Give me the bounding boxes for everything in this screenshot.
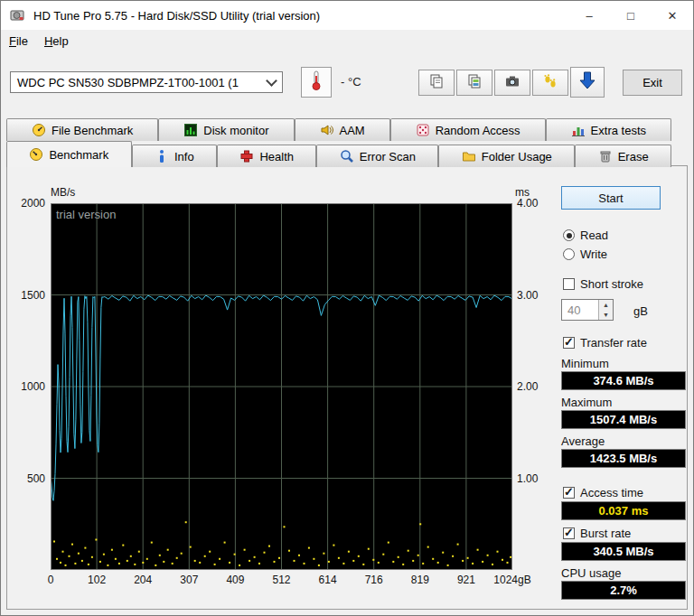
tab-disk-monitor[interactable]: Disk monitor [158, 118, 294, 141]
axis-tick-label: 4.00 [517, 197, 538, 210]
axis-tick-label: 0 [48, 574, 54, 586]
maximize-button[interactable]: □ [610, 1, 652, 30]
paw-button[interactable] [532, 70, 568, 96]
spinner-down-icon[interactable]: ▼ [599, 310, 613, 320]
transfer-rate-checkbox[interactable]: Transfer rate [563, 336, 647, 350]
read-radio-circle [563, 229, 575, 241]
short-stroke-value: 40 [562, 303, 598, 317]
tab-label: File Benchmark [52, 124, 133, 137]
tab-folder-usage[interactable]: Folder Usage [438, 145, 575, 167]
short-stroke-size-input[interactable]: 40 ▲ ▼ [561, 299, 614, 321]
tab-aam[interactable]: AAM [295, 118, 390, 141]
access-time-checkbox[interactable]: Access time [563, 486, 643, 499]
update-download-button[interactable] [570, 67, 605, 98]
menu-bar: File Help [1, 30, 693, 51]
axis-tick-label: 921 [457, 574, 475, 586]
tab-error-scan[interactable]: Error Scan [316, 145, 438, 167]
close-button[interactable]: ✕ [652, 1, 693, 30]
copy-image-button[interactable] [456, 70, 492, 96]
axis-tick-label: 1024gB [493, 574, 530, 586]
tab-label: Folder Usage [482, 150, 552, 163]
spinner-up-icon[interactable]: ▲ [599, 300, 613, 310]
temperature-button[interactable] [301, 67, 332, 98]
camera-icon [504, 73, 520, 93]
app-window: HD Tune Pro 5.75 - Hard Disk/SSD Utility… [0, 0, 694, 616]
copy-button[interactable] [418, 70, 455, 96]
download-arrow-icon [578, 70, 596, 94]
read-radio[interactable]: Read [563, 229, 608, 242]
tab-health[interactable]: Health [217, 145, 316, 167]
menu-help[interactable]: Help [36, 32, 77, 51]
tab-label: Info [174, 150, 194, 163]
disk-monitor-icon [183, 123, 198, 137]
x-tick-labels: 01022043074095126147168199211024gB [51, 574, 512, 588]
write-radio[interactable]: Write [563, 247, 607, 261]
burst-rate-label: Burst rate [580, 527, 631, 540]
tab-random-access[interactable]: Random Access [390, 118, 546, 141]
burst-rate-value: 340.5 MB/s [561, 542, 686, 561]
start-label: Start [598, 191, 623, 205]
average-label: Average [561, 434, 605, 448]
axis-tick-label: 512 [272, 574, 290, 586]
axis-tick-label: 500 [27, 472, 45, 485]
write-radio-circle [563, 248, 575, 260]
exit-label: Exit [642, 76, 662, 89]
drive-selector-value: WDC PC SN530 SDBPMPZ-1T00-1001 (1 [17, 76, 239, 89]
tab-label: Erase [618, 150, 649, 163]
axis-tick-label: 3.00 [517, 289, 538, 302]
file-benchmark-icon [32, 123, 46, 137]
aam-speaker-icon [320, 123, 334, 137]
tab-label: Error Scan [360, 150, 416, 163]
maximum-value: 1507.4 MB/s [561, 410, 686, 429]
folder-usage-icon [462, 149, 476, 163]
axis-tick-label: 102 [88, 574, 106, 586]
spinner: ▲ ▼ [598, 300, 613, 320]
tab-benchmark[interactable]: Benchmark [6, 141, 132, 167]
menu-file[interactable]: File [1, 32, 36, 51]
window-title: HD Tune Pro 5.75 - Hard Disk/SSD Utility… [33, 9, 320, 23]
erase-trash-icon [598, 149, 613, 163]
burst-rate-box [563, 527, 575, 539]
axis-tick-label: 1500 [21, 289, 45, 302]
temperature-value: - [341, 75, 344, 89]
minimize-button[interactable]: – [568, 1, 610, 30]
axis-tick-label: 1000 [21, 380, 45, 393]
screenshot-button[interactable] [494, 70, 530, 96]
exit-button[interactable]: Exit [623, 70, 682, 96]
tab-row-secondary: File Benchmark Disk monitor [6, 117, 671, 141]
transfer-rate-box [563, 337, 575, 349]
tab-file-benchmark[interactable]: File Benchmark [6, 118, 158, 141]
axis-tick-label: 716 [365, 574, 383, 586]
y-right-tick-labels: 1.002.003.004.00 [515, 203, 553, 570]
short-stroke-checkbox[interactable]: Short stroke [563, 277, 643, 291]
drive-selector[interactable]: WDC PC SN530 SDBPMPZ-1T00-1001 (1 [10, 71, 283, 93]
cpu-usage-label: CPU usage [561, 566, 621, 580]
temperature-unit: °C [348, 75, 361, 89]
short-stroke-label: Short stroke [580, 277, 643, 291]
y-left-tick-labels: 500100015002000 [8, 203, 48, 570]
axis-tick-label: 819 [411, 574, 429, 586]
tab-erase[interactable]: Erase [575, 145, 671, 167]
info-icon [155, 149, 169, 163]
tab-label: Benchmark [49, 148, 108, 162]
temperature-readout: - °C [341, 75, 361, 89]
average-value: 1423.5 MB/s [561, 449, 686, 468]
app-icon[interactable] [9, 7, 25, 23]
access-time-box [563, 487, 575, 499]
benchmark-gauge-icon [29, 147, 43, 162]
start-button[interactable]: Start [561, 186, 661, 210]
copy-icon [428, 73, 445, 93]
write-label: Write [580, 247, 607, 261]
health-cross-icon [239, 149, 254, 163]
access-time-label: Access time [580, 486, 643, 499]
short-stroke-box [563, 278, 575, 290]
extra-tests-chart-icon [571, 123, 586, 137]
burst-rate-checkbox[interactable]: Burst rate [563, 527, 631, 540]
tab-info[interactable]: Info [132, 145, 218, 167]
tab-extra-tests[interactable]: Extra tests [546, 118, 671, 141]
random-access-dice-icon [416, 123, 430, 137]
axis-tick-label: 204 [134, 574, 152, 586]
minimum-value: 374.6 MB/s [561, 371, 686, 390]
thermometer-icon [310, 70, 323, 95]
copy-image-icon [466, 73, 483, 93]
